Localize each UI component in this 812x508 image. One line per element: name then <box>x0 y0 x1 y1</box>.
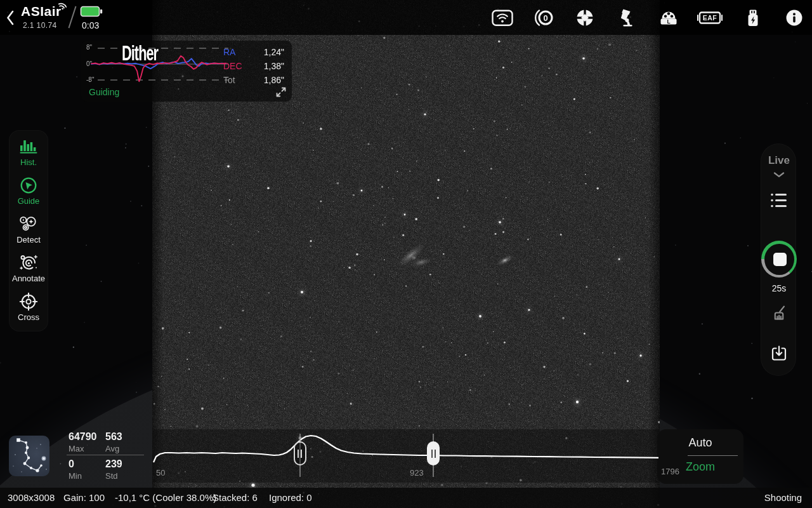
dither-overlay-label: Dither <box>122 41 158 65</box>
camera-badge: 0 <box>543 13 547 23</box>
left-toolbar: Hist. Guide Detect <box>9 130 48 331</box>
tool-histogram[interactable]: Hist. <box>9 137 48 175</box>
divider <box>67 455 144 455</box>
chevron-down-icon[interactable] <box>761 172 797 178</box>
crosshair-icon <box>19 291 38 312</box>
stat-max-value: 64790 <box>69 431 97 443</box>
stop-exposure-button[interactable] <box>761 241 797 277</box>
mount-icon[interactable] <box>613 8 641 28</box>
ignored-count: Ignored: 0 <box>269 488 312 508</box>
mode-selector[interactable]: Live <box>761 154 797 167</box>
guide-icon <box>19 175 38 196</box>
stat-std-label: Std <box>105 471 118 481</box>
chevron-left-icon <box>5 10 15 26</box>
guiding-panel[interactable]: 8" 0" -8" Dither RA 1,24" DEC 1,38" Tot … <box>81 41 292 102</box>
stat-max-label: Max <box>69 444 84 453</box>
stat-std-value: 239 <box>105 458 122 470</box>
guiding-stat-total: Tot 1,86" <box>223 75 284 86</box>
stat-avg-label: Avg <box>105 444 119 453</box>
tool-annotate[interactable]: Annotate <box>9 253 48 291</box>
camera-icon[interactable]: 0 <box>530 8 558 28</box>
constellation-thumbnail[interactable] <box>9 436 49 476</box>
black-point-slider[interactable] <box>294 441 306 465</box>
battery-time: 0:03 <box>82 20 99 30</box>
logo-text: ASIair <box>21 4 62 18</box>
filter-wheel-icon[interactable]: L <box>655 8 683 28</box>
tool-guide[interactable]: Guide <box>9 175 48 214</box>
top-status-bar: ASIair 2.1 10.74 0:03 0 <box>0 0 812 35</box>
stat-min-label: Min <box>69 471 82 481</box>
asiair-app: ASIair 2.1 10.74 0:03 0 <box>0 0 812 508</box>
divider <box>68 6 76 29</box>
filter-badge: L <box>667 18 670 25</box>
histogram-mid-label: 923 <box>410 468 424 478</box>
expand-icon[interactable] <box>275 86 287 98</box>
info-icon[interactable] <box>780 8 808 28</box>
wifi-station-icon[interactable] <box>488 8 516 28</box>
tool-detect[interactable]: Detect <box>9 214 48 253</box>
exposure-progress-ring <box>761 241 797 277</box>
histogram-min-label: 50 <box>156 468 165 478</box>
asiair-logo: ASIair <box>21 4 62 19</box>
stop-icon <box>773 253 787 266</box>
logo-wifi-icon <box>56 2 68 11</box>
stat-avg-value: 563 <box>105 431 122 443</box>
histogram-curve <box>152 429 660 483</box>
app-version: 2.1 10.74 <box>23 21 57 30</box>
guiding-stat-dec: DEC 1,38" <box>223 61 284 72</box>
sequence-list-icon[interactable] <box>761 192 797 208</box>
right-toolbar: Live 25s <box>761 144 796 376</box>
histogram-max-label: 1796 <box>661 467 679 476</box>
download-icon[interactable] <box>761 345 797 364</box>
eaf-label: EAF <box>703 14 717 22</box>
clear-stack-icon[interactable] <box>761 304 797 323</box>
image-resolution: 3008x3008 <box>8 488 55 508</box>
back-button[interactable] <box>5 10 16 26</box>
exposure-time-label: 25s <box>761 283 797 293</box>
detect-icon <box>19 214 38 234</box>
guiding-stat-ra: RA 1,24" <box>223 47 284 58</box>
histogram-panel: 50 923 <box>152 429 660 483</box>
cooler-temperature: -10,1 °C (Cooler 38.0%) <box>115 488 216 508</box>
gain-value: Gain: 100 <box>63 488 105 508</box>
annotate-icon <box>19 253 38 273</box>
shooting-status: Shooting <box>764 488 802 508</box>
histogram-icon <box>19 137 38 157</box>
guide-target-icon[interactable] <box>571 8 599 28</box>
guiding-status-label: Guiding <box>89 87 119 97</box>
stacked-count: Stacked: 6 <box>213 488 258 508</box>
bottom-status-bar: 3008x3008 Gain: 100 -10,1 °C (Cooler 38.… <box>0 488 812 508</box>
auto-stretch-button[interactable]: Auto <box>657 436 743 450</box>
divider <box>688 455 738 456</box>
power-hub-icon[interactable] <box>739 8 767 28</box>
battery-icon <box>80 5 104 19</box>
white-point-slider[interactable] <box>427 441 440 465</box>
eaf-icon[interactable]: EAF <box>696 8 724 28</box>
stat-min-value: 0 <box>69 458 74 470</box>
tool-crosshair[interactable]: Cross <box>9 291 48 330</box>
